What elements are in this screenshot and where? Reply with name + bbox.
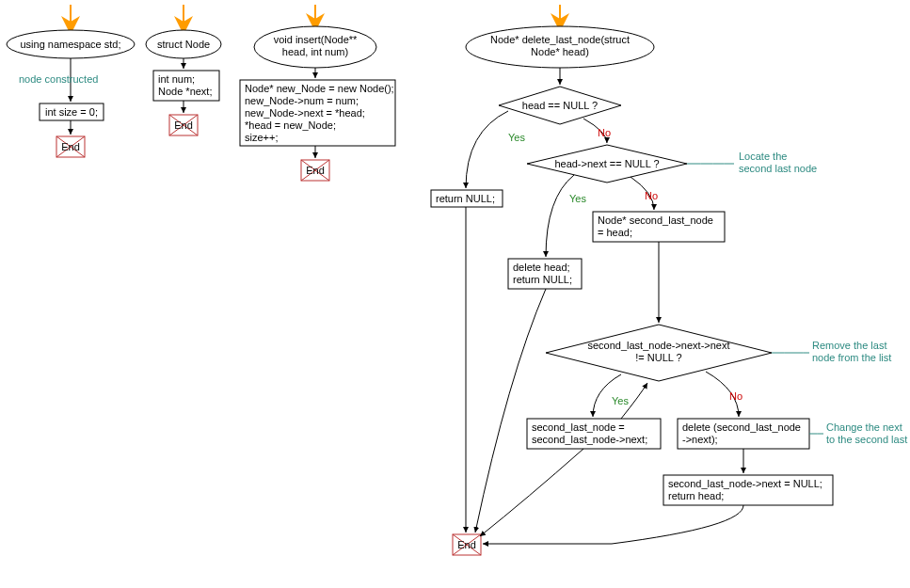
comment-node-constructed: node constructed: [19, 73, 98, 85]
yes-label: Yes: [569, 193, 586, 204]
flow-col3: void insert(Node** head, int num) Node* …: [240, 5, 395, 181]
box-insert-l3: new_Node->next = *head;: [245, 107, 365, 119]
box-set-null-l2: return head;: [668, 490, 724, 501]
flow-col2: struct Node int num; Node *next; End: [146, 5, 221, 135]
comment-locate-l1: Locate the: [739, 151, 787, 162]
box-delete-next-l2: ->next);: [682, 434, 718, 445]
decision-loop-l2: != NULL ?: [635, 352, 681, 363]
decision-loop-l1: second_last_node->next->next: [587, 340, 729, 351]
box-delete-head-l2: return NULL;: [513, 274, 572, 285]
box-second-last-init-l2: = head;: [598, 227, 632, 238]
end-node-col1: End: [56, 136, 85, 157]
box-insert-l1: Node* new_Node = new Node();: [245, 83, 394, 94]
ellipse-insert-l2: head, int num): [282, 46, 348, 57]
ellipse-delete-l1: Node* delete_last_node(struct: [490, 34, 630, 45]
end-node-col4: End: [453, 534, 481, 555]
edge-delhead-end: [475, 289, 546, 532]
box-insert-l5: size++;: [245, 132, 278, 143]
ellipse-delete-l2: Node* head): [531, 46, 589, 57]
flow-col4: Node* delete_last_node(struct Node* head…: [431, 5, 907, 555]
edge-d2-yes: [546, 175, 574, 257]
box-advance-l1: second_last_node =: [532, 421, 625, 433]
box-advance-l2: second_last_node->next;: [532, 434, 647, 445]
yes-label: Yes: [612, 395, 629, 406]
box-delete-head-l1: delete head;: [513, 262, 570, 273]
comment-remove-l1: Remove the last: [812, 340, 886, 351]
ellipse-namespace-label: using namespace std;: [20, 39, 120, 50]
flowchart-canvas: using namespace std; node constructed in…: [0, 0, 910, 588]
ellipse-insert-l1: void insert(Node**: [274, 34, 358, 45]
flow-col1: using namespace std; node constructed in…: [7, 5, 135, 157]
no-label: No: [598, 127, 611, 138]
end-label: End: [61, 141, 80, 152]
box-delete-next-l1: delete (second_last_node: [682, 421, 801, 433]
decision-next-null-label: head->next == NULL ?: [554, 158, 659, 169]
edge-d1-yes: [466, 111, 508, 188]
box-return-null-label: return NULL;: [436, 193, 495, 204]
comment-remove-l2: node from the list: [812, 352, 891, 363]
end-label: End: [306, 165, 325, 176]
yes-label: Yes: [508, 132, 525, 143]
box-struct-l2: Node *next;: [158, 86, 212, 97]
box-insert-l2: new_Node->num = num;: [245, 95, 359, 106]
edge-setnull-end: [483, 505, 743, 544]
comment-change-l1: Change the next: [826, 421, 902, 433]
end-node-col2: End: [169, 115, 198, 135]
box-set-null-l1: second_last_node->next = NULL;: [668, 478, 822, 489]
box-int-size-label: int size = 0;: [45, 106, 98, 118]
ellipse-struct-node-label: struct Node: [157, 39, 210, 50]
edge-advance-end: [480, 449, 583, 536]
decision-head-null-label: head == NULL ?: [522, 100, 598, 111]
no-label: No: [645, 190, 658, 201]
comment-locate-l2: second last node: [739, 163, 817, 174]
comment-change-l2: to the second last: [826, 434, 907, 445]
end-node-col3: End: [301, 160, 329, 181]
no-label: No: [729, 390, 742, 402]
box-second-last-init-l1: Node* second_last_node: [598, 215, 713, 226]
box-insert-l4: *head = new_Node;: [245, 119, 336, 131]
end-label: End: [174, 119, 193, 131]
end-label: End: [457, 539, 476, 550]
box-struct-l1: int num;: [158, 73, 195, 85]
